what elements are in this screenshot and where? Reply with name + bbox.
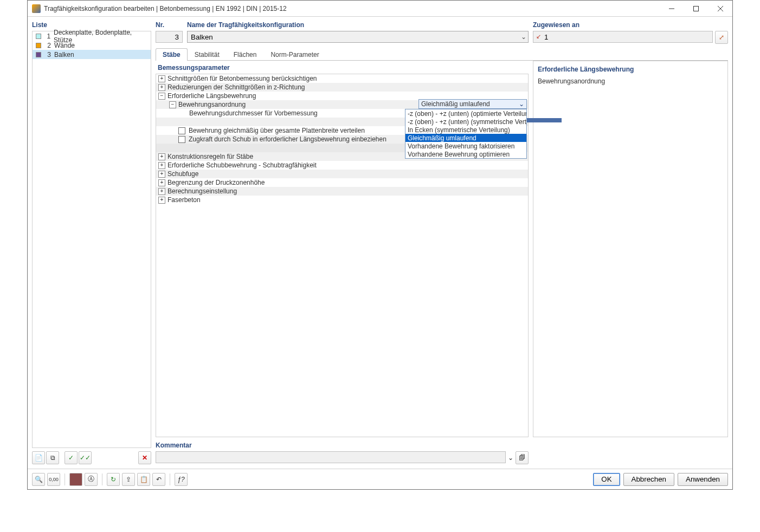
- comment-input[interactable]: [156, 451, 506, 463]
- expand-icon[interactable]: +: [158, 162, 165, 169]
- tree-label: Bewehrung gleichmäßig über gesamte Platt…: [189, 127, 365, 134]
- color-icon[interactable]: [69, 473, 82, 486]
- comment-library-icon[interactable]: 🗐: [516, 451, 529, 464]
- tree-label: Begrenzung der Druckzonenhöhe: [168, 179, 265, 186]
- tree-row[interactable]: +Begrenzung der Druckzonenhöhe: [156, 178, 528, 187]
- comment-dropdown-icon[interactable]: ⌄: [508, 454, 513, 462]
- tree-row[interactable]: +Faserbeton: [156, 196, 528, 204]
- expand-icon[interactable]: +: [158, 153, 165, 160]
- copy-icon[interactable]: ⧉: [46, 451, 59, 464]
- member-icon: ↙: [536, 33, 541, 40]
- tree-label: Bewehrungsanordnung: [178, 101, 246, 108]
- name-input[interactable]: [187, 31, 529, 43]
- pick-assigned-icon[interactable]: ⤢: [715, 31, 728, 44]
- expand-icon[interactable]: −: [169, 101, 176, 108]
- expand-icon[interactable]: +: [158, 84, 165, 91]
- params-header: Bemessungsparameter: [156, 61, 529, 74]
- maximize-button[interactable]: [684, 1, 708, 16]
- refresh-icon[interactable]: ↻: [107, 473, 120, 486]
- chevron-down-icon: ⌄: [519, 100, 524, 108]
- clipboard-icon[interactable]: 📋: [137, 473, 150, 486]
- units-icon[interactable]: 0,00: [47, 473, 60, 486]
- checkbox[interactable]: [178, 136, 185, 143]
- list-header: Liste: [32, 21, 151, 29]
- tree-label: Schnittgrößen für Betonbemessung berücks…: [168, 75, 317, 82]
- params-tree: +Schnittgrößen für Betonbemessung berück…: [156, 74, 529, 437]
- expand-icon[interactable]: −: [158, 93, 165, 100]
- color-swatch: [36, 52, 41, 57]
- undo-icon[interactable]: ↶: [152, 473, 165, 486]
- svg-rect-1: [693, 6, 698, 11]
- function-icon[interactable]: ƒ?: [175, 473, 188, 486]
- check-all-icon[interactable]: ✓: [65, 451, 78, 464]
- combo-value: Gleichmäßig umlaufend: [421, 100, 490, 108]
- name-dropdown-icon[interactable]: ⌄: [521, 33, 526, 41]
- tab-flächen[interactable]: Flächen: [227, 48, 264, 61]
- dropdown-option[interactable]: Vorhandene Bewehrung faktorisieren: [405, 142, 526, 150]
- search-icon[interactable]: 🔍: [32, 473, 45, 486]
- reinf-arrangement-dropdown[interactable]: -z (oben) - +z (unten) (optimierte Verte…: [405, 109, 527, 159]
- app-icon: [32, 4, 41, 13]
- tree-label: Erforderliche Schubbewehrung - Schubtrag…: [168, 161, 317, 169]
- delete-icon[interactable]: ✕: [138, 451, 151, 464]
- dropdown-option[interactable]: -z (oben) - +z (unten) (optimierte Verte…: [405, 109, 526, 118]
- ok-button[interactable]: OK: [593, 473, 620, 486]
- expand-icon[interactable]: +: [158, 179, 165, 186]
- expand-icon[interactable]: +: [158, 188, 165, 195]
- minimize-button[interactable]: [659, 1, 684, 16]
- export-icon[interactable]: ⇪: [122, 473, 135, 486]
- assigned-label: Zugewiesen an: [533, 21, 728, 29]
- nr-label: Nr.: [156, 21, 183, 29]
- name-label: Name der Tragfähigkeitskonfiguration: [187, 21, 529, 29]
- expand-icon[interactable]: +: [158, 171, 165, 178]
- tree-row[interactable]: +Erforderliche Schubbewehrung - Schubtra…: [156, 161, 528, 170]
- tab-stabilität[interactable]: Stabilität: [188, 48, 227, 61]
- reinf-arrangement-combo[interactable]: Gleichmäßig umlaufend ⌄: [418, 99, 527, 109]
- list-item-label: Balken: [54, 51, 74, 59]
- tree-label: Reduzierungen der Schnittgrößen in z-Ric…: [168, 83, 305, 91]
- check-used-icon[interactable]: ✓✓: [79, 451, 92, 464]
- dropdown-option[interactable]: -z (oben) - +z (unten) (symmetrische Ver…: [405, 118, 526, 126]
- color-swatch: [36, 34, 41, 39]
- tree-label: Bewehrungsdurchmesser für Vorbemessung: [189, 109, 318, 117]
- window-title: Tragfähigkeitskonfiguration bearbeiten |…: [44, 5, 659, 12]
- assign-icon[interactable]: Ⓐ: [85, 473, 98, 486]
- comment-label: Kommentar: [156, 442, 529, 449]
- tree-label: Zugkraft durch Schub in erforderlicher L…: [189, 135, 387, 143]
- checkbox[interactable]: [178, 127, 185, 134]
- dropdown-option[interactable]: Vorhandene Bewehrung optimieren: [405, 150, 526, 158]
- info-header: Erforderliche Längsbewehrung: [538, 66, 723, 73]
- tree-label: Berechnungseinstellung: [168, 187, 237, 195]
- nr-input[interactable]: [156, 31, 183, 43]
- expand-icon[interactable]: +: [158, 197, 165, 204]
- tree-label: Konstruktionsregeln für Stäbe: [168, 153, 253, 160]
- dropdown-option[interactable]: In Ecken (symmetrische Verteilung): [405, 126, 526, 134]
- tree-label: Schubfuge: [168, 170, 198, 178]
- info-text: Bewehrungsanordnung: [538, 77, 723, 85]
- dropdown-option[interactable]: Gleichmäßig umlaufend: [405, 134, 526, 142]
- tree-row[interactable]: +Berechnungseinstellung: [156, 187, 528, 196]
- expand-icon[interactable]: +: [158, 75, 165, 82]
- tree-row[interactable]: +Schnittgrößen für Betonbemessung berück…: [156, 74, 528, 83]
- assigned-input[interactable]: [533, 31, 713, 43]
- titlebar: Tragfähigkeitskonfiguration bearbeiten |…: [28, 1, 732, 17]
- config-list: 1Deckenplatte, Bodenplatte, Stütze2Wände…: [32, 31, 151, 448]
- new-icon[interactable]: 📄: [32, 451, 45, 464]
- info-panel: Erforderliche Längsbewehrung Bewehrungsa…: [533, 61, 728, 437]
- color-swatch: [36, 43, 41, 48]
- tree-row[interactable]: +Schubfuge: [156, 170, 528, 178]
- list-item[interactable]: 3Balken: [33, 50, 151, 59]
- tab-norm-parameter[interactable]: Norm-Parameter: [263, 48, 326, 61]
- tree-row[interactable]: +Reduzierungen der Schnittgrößen in z-Ri…: [156, 83, 528, 92]
- tree-label: Erforderliche Längsbewehrung: [168, 92, 256, 100]
- tree-label: Faserbeton: [168, 196, 201, 204]
- tab-bar: StäbeStabilitätFlächenNorm-Parameter: [156, 48, 728, 61]
- list-item[interactable]: 1Deckenplatte, Bodenplatte, Stütze: [33, 31, 151, 41]
- apply-button[interactable]: Anwenden: [678, 473, 728, 486]
- cancel-button[interactable]: Abbrechen: [623, 473, 674, 486]
- tab-stäbe[interactable]: Stäbe: [156, 48, 188, 61]
- list-item-label: Wände: [54, 42, 75, 49]
- close-button[interactable]: [708, 1, 732, 16]
